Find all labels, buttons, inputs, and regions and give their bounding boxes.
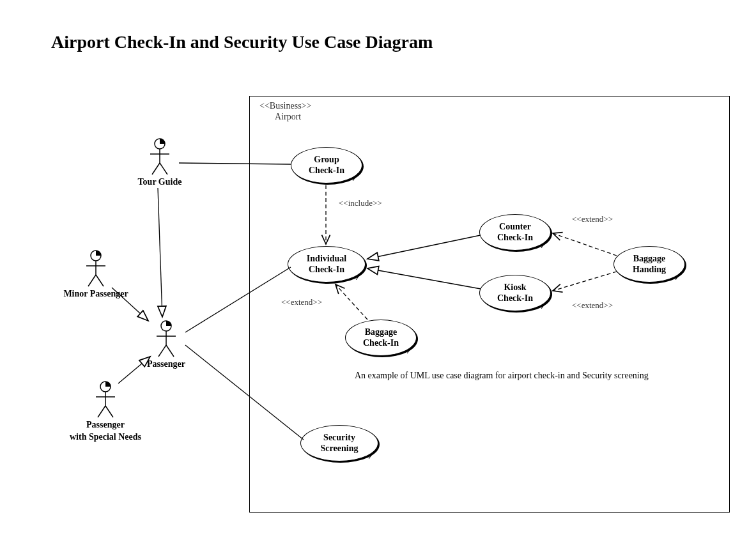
stick-figure-icon xyxy=(147,137,173,176)
usecase-individual-checkin: Individual Check-In xyxy=(288,246,366,282)
actor-passenger-label: Passenger xyxy=(134,359,198,370)
usecase-baggage-handing-l1: Baggage xyxy=(633,254,666,265)
usecase-security-screening-l2: Screening xyxy=(321,444,359,454)
usecase-baggage-handing-l2: Handing xyxy=(633,265,666,275)
actor-passenger-special-needs: Passenger with Special Needs xyxy=(54,380,157,443)
usecase-kiosk-checkin: Kiosk Check-In xyxy=(479,275,551,311)
usecase-counter-checkin-l1: Counter xyxy=(497,222,533,233)
svg-line-13 xyxy=(158,345,166,357)
rel-extend-label-1: <<extend>> xyxy=(572,214,613,224)
stick-figure-icon xyxy=(83,249,109,288)
usecase-individual-checkin-l1: Individual xyxy=(307,254,346,265)
actor-minor-passenger-label: Minor Passenger xyxy=(54,289,137,300)
svg-line-4 xyxy=(160,163,167,174)
usecase-individual-checkin-l2: Check-In xyxy=(307,265,346,275)
rel-extend-label-3: <<extend>> xyxy=(281,297,322,307)
usecase-security-screening-l1: Security xyxy=(321,433,359,444)
svg-line-8 xyxy=(88,275,96,286)
stick-figure-icon xyxy=(93,380,118,419)
svg-line-9 xyxy=(96,275,104,286)
actor-pwsn-label-1: Passenger xyxy=(54,420,157,431)
usecase-group-checkin: Group Check-In xyxy=(291,147,362,183)
usecase-baggage-checkin: Baggage Check-In xyxy=(345,320,417,356)
svg-line-18 xyxy=(98,406,105,417)
usecase-counter-checkin-l2: Check-In xyxy=(497,233,533,243)
system-name: Airport xyxy=(275,112,301,122)
usecase-counter-checkin: Counter Check-In xyxy=(479,214,551,251)
svg-line-14 xyxy=(166,345,174,357)
svg-line-3 xyxy=(152,163,160,174)
usecase-baggage-handing: Baggage Handing xyxy=(613,246,685,282)
system-stereotype: <<Business>> xyxy=(259,101,311,111)
actor-tour-guide: Tour Guide xyxy=(128,137,192,188)
diagram-title: Airport Check-In and Security Use Case D… xyxy=(51,32,433,52)
actor-tour-guide-label: Tour Guide xyxy=(128,177,192,188)
actor-minor-passenger: Minor Passenger xyxy=(54,249,137,300)
usecase-security-screening: Security Screening xyxy=(300,425,378,461)
usecase-group-checkin-l1: Group xyxy=(309,155,344,166)
usecase-group-checkin-l2: Check-In xyxy=(309,166,344,176)
svg-line-21 xyxy=(158,188,162,317)
svg-line-19 xyxy=(105,406,113,417)
actor-passenger: Passenger xyxy=(134,320,198,370)
usecase-baggage-checkin-l2: Check-In xyxy=(363,338,399,349)
stick-figure-icon xyxy=(153,320,179,358)
usecase-kiosk-checkin-l1: Kiosk xyxy=(497,282,533,293)
actor-pwsn-label-2: with Special Needs xyxy=(54,432,157,443)
usecase-baggage-checkin-l1: Baggage xyxy=(363,327,399,338)
rel-include-label: <<include>> xyxy=(339,198,382,208)
usecase-kiosk-checkin-l2: Check-In xyxy=(497,293,533,304)
rel-extend-label-2: <<extend>> xyxy=(572,300,613,311)
diagram-caption: An example of UML use case diagram for a… xyxy=(355,371,649,381)
